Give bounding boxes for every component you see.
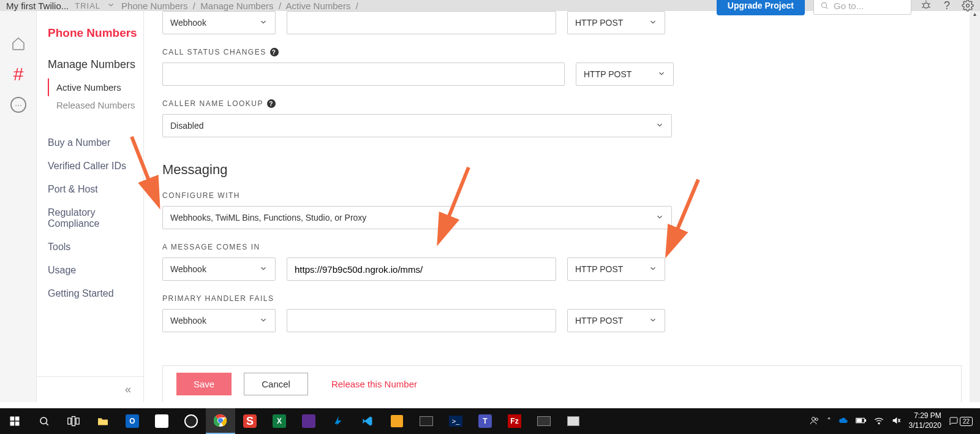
battery-tray-icon[interactable]	[856, 416, 867, 426]
svg-point-28	[878, 422, 880, 424]
settings-gear-icon[interactable]	[962, 0, 974, 12]
task-view-icon[interactable]	[59, 408, 88, 434]
sidebar-item-regulatory-compliance[interactable]: Regulatory Compliance	[48, 201, 143, 235]
crumb-phone-numbers[interactable]: Phone Numbers	[121, 1, 187, 11]
primary-fails-url-input[interactable]	[287, 309, 556, 332]
sidebar-item-released-numbers[interactable]: Released Numbers	[48, 96, 143, 114]
sidebar-collapse-icon[interactable]: «	[37, 376, 143, 396]
notifications-tray-icon[interactable]: 22	[949, 416, 973, 426]
message-method-value: HTTP POST	[575, 264, 623, 274]
call-status-url-input[interactable]	[162, 63, 565, 86]
voice-url-input[interactable]	[287, 11, 556, 34]
primary-fails-method-select[interactable]: HTTP POST	[567, 309, 665, 332]
file-explorer-icon[interactable]	[88, 408, 118, 434]
people-tray-icon[interactable]	[810, 416, 820, 427]
message-handler-select[interactable]: Webhook	[162, 257, 276, 281]
chevron-down-icon	[649, 316, 657, 326]
teams-icon[interactable]: T	[470, 408, 500, 434]
rail-home-icon[interactable]	[0, 28, 37, 59]
message-handler-value: Webhook	[170, 264, 206, 274]
terminal-icon[interactable]	[412, 408, 441, 434]
filezilla-icon[interactable]: Fz	[500, 408, 529, 434]
main-content: Webhook HTTP POST CALL STATUS CHANGES ? …	[144, 11, 968, 402]
svg-point-24	[816, 418, 818, 421]
primary-fails-url-field[interactable]	[295, 316, 548, 326]
page-scrollbar[interactable]	[970, 11, 980, 402]
sidebar-item-usage[interactable]: Usage	[48, 259, 143, 282]
onedrive-tray-icon[interactable]	[839, 416, 848, 426]
taskbar-search-icon[interactable]	[29, 408, 59, 434]
project-chevron-down-icon[interactable]	[107, 1, 115, 11]
help-tooltip-icon[interactable]: ?	[270, 48, 279, 56]
configure-with-label: CONFIGURE WITH	[162, 191, 949, 200]
visual-studio-icon[interactable]	[294, 408, 323, 434]
sidebar-item-getting-started[interactable]: Getting Started	[48, 282, 143, 305]
caller-name-lookup-label: CALLER NAME LOOKUP ?	[162, 99, 949, 108]
sidebar-title[interactable]: Phone Numbers	[48, 26, 143, 40]
primary-fails-handler-select[interactable]: Webhook	[162, 309, 276, 332]
svg-line-17	[46, 423, 48, 425]
help-tooltip-icon[interactable]: ?	[267, 99, 276, 108]
tray-chevron-up-icon[interactable]: ˄	[827, 416, 831, 426]
chrome-icon[interactable]	[206, 408, 235, 434]
window-icon[interactable]	[559, 408, 588, 434]
notification-count: 22	[960, 417, 973, 426]
obs-icon[interactable]	[176, 408, 206, 434]
snagit-icon[interactable]: S	[235, 408, 265, 434]
volume-tray-icon[interactable]	[891, 416, 901, 427]
sidebar-item-verified-caller-ids[interactable]: Verified Caller IDs	[48, 154, 143, 178]
debug-icon[interactable]	[920, 0, 932, 12]
action-bar: Save Cancel Release this Number	[162, 365, 962, 402]
chevron-down-icon	[259, 264, 268, 275]
svg-line-6	[922, 7, 924, 8]
crumb-active-numbers[interactable]: Active Numbers	[286, 1, 351, 11]
outlook-icon[interactable]: O	[118, 408, 147, 434]
save-button[interactable]: Save	[176, 373, 232, 395]
paint-icon[interactable]	[147, 408, 176, 434]
chevron-down-icon	[649, 18, 657, 28]
vscode-icon[interactable]	[353, 408, 382, 434]
taskbar-clock[interactable]: 7:29 PM 3/11/2020	[908, 411, 941, 430]
sidebar-manage-numbers[interactable]: Manage Numbers	[48, 58, 143, 71]
azure-icon[interactable]	[323, 408, 353, 434]
voice-url-field[interactable]	[295, 18, 548, 28]
help-icon[interactable]: ?	[941, 0, 953, 12]
primary-handler-fails-label: PRIMARY HANDLER FAILS	[162, 294, 949, 303]
message-url-input[interactable]	[287, 257, 556, 281]
chevron-down-icon	[655, 213, 664, 223]
search-icon	[820, 1, 829, 10]
sidebar-item-active-numbers[interactable]: Active Numbers	[48, 78, 143, 96]
call-status-method-select[interactable]: HTTP POST	[576, 63, 674, 86]
crumb-manage-numbers[interactable]: Manage Numbers	[200, 1, 273, 11]
sidebar-item-tools[interactable]: Tools	[48, 235, 143, 259]
rail-more-icon[interactable]: ···	[0, 89, 37, 120]
trial-badge: TRIAL	[75, 1, 100, 10]
voice-method-select[interactable]: HTTP POST	[567, 11, 665, 34]
excel-icon[interactable]: X	[265, 408, 294, 434]
svg-line-5	[929, 4, 930, 4]
primary-fails-method-value: HTTP POST	[575, 316, 623, 326]
configure-with-select[interactable]: Webhooks, TwiML Bins, Functions, Studio,…	[162, 206, 672, 229]
storage-explorer-icon[interactable]	[382, 408, 412, 434]
cmd-icon[interactable]	[529, 408, 559, 434]
svg-point-8	[967, 4, 970, 7]
rail-hash-icon[interactable]: #	[0, 59, 37, 89]
message-method-select[interactable]: HTTP POST	[567, 257, 665, 281]
wifi-tray-icon[interactable]	[874, 416, 884, 427]
release-number-link[interactable]: Release this Number	[331, 379, 417, 389]
sidebar-item-buy-number[interactable]: Buy a Number	[48, 131, 143, 154]
chevron-down-icon	[649, 264, 657, 275]
voice-method-value: HTTP POST	[575, 18, 623, 28]
cancel-button[interactable]: Cancel	[244, 373, 308, 395]
project-name[interactable]: My first Twilio...	[6, 1, 69, 11]
voice-handler-select[interactable]: Webhook	[162, 11, 276, 34]
powershell-icon[interactable]: >_	[441, 408, 470, 434]
caller-name-lookup-select[interactable]: Disabled	[162, 114, 672, 137]
sidebar-item-port-host[interactable]: Port & Host	[48, 178, 143, 201]
start-button[interactable]	[0, 408, 29, 434]
svg-rect-18	[68, 418, 71, 424]
clock-date: 3/11/2020	[908, 421, 941, 431]
call-status-url-field[interactable]	[170, 69, 557, 80]
primary-fails-handler-value: Webhook	[170, 316, 206, 326]
message-url-field[interactable]	[295, 264, 548, 275]
